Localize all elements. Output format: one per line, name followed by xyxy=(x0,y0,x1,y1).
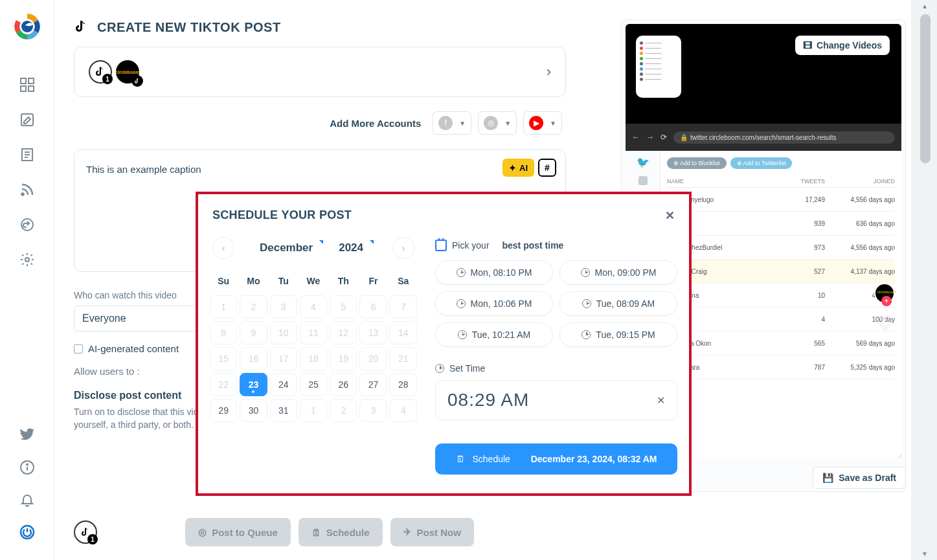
calendar-day: 4 xyxy=(390,399,417,422)
svg-rect-4 xyxy=(28,86,34,91)
calendar-day[interactable]: 29 xyxy=(210,399,237,422)
ai-button[interactable]: ✦AI xyxy=(502,159,534,177)
schedule-confirm-button[interactable]: 🗓 Schedule December 23, 2024, 08:32 AM xyxy=(435,443,677,475)
nav-info-icon[interactable] xyxy=(19,459,36,476)
calendar-day[interactable]: 24 xyxy=(270,373,297,396)
time-input[interactable]: 08:29 AM ✕ xyxy=(435,380,677,420)
time-slot[interactable]: Tue, 10:21 AM xyxy=(435,322,553,347)
nav-dashboard-icon[interactable] xyxy=(19,76,36,93)
bottom-action-bar: 1 ◎Post to Queue 🗓Schedule ✈Post Now xyxy=(54,504,572,560)
day-of-week: We xyxy=(300,272,327,293)
nav-rss-icon[interactable] xyxy=(19,181,36,198)
dropdown-indicator-icon xyxy=(319,240,323,256)
account-selector[interactable]: 1 circleboom › xyxy=(74,47,566,97)
clear-time-icon[interactable]: ✕ xyxy=(657,394,665,407)
back-icon: ← xyxy=(632,133,640,142)
table-row: 939636 days ago xyxy=(667,212,895,236)
scroll-up-icon[interactable]: ▲ xyxy=(921,3,928,10)
table-row: vid Craig5274,137 days ago xyxy=(667,260,895,284)
time-slot[interactable]: Mon, 08:10 PM xyxy=(435,260,553,285)
calendar-day: 4 xyxy=(300,295,327,319)
calendar-day: 3 xyxy=(270,295,297,319)
calendar-day[interactable]: 28 xyxy=(390,373,417,396)
calendar-day: 18 xyxy=(300,347,327,370)
chevron-down-icon: ▼ xyxy=(550,120,556,127)
nav-power-icon[interactable] xyxy=(19,524,36,541)
save-as-draft-button[interactable]: 💾Save as Draft xyxy=(813,467,906,489)
month-select[interactable]: December xyxy=(260,241,317,254)
film-icon: 🎞 xyxy=(803,40,812,50)
svg-point-0 xyxy=(21,21,33,32)
nav-settings-icon[interactable] xyxy=(19,251,36,268)
youtube-icon: ▶ xyxy=(529,116,543,130)
add-youtube-dropdown[interactable]: ▶▼ xyxy=(523,111,562,135)
nav-bell-icon[interactable] xyxy=(19,491,36,508)
plus-icon: + xyxy=(881,296,892,306)
svg-rect-2 xyxy=(28,78,34,84)
schedule-button[interactable]: 🗓Schedule xyxy=(299,518,383,546)
nav-twitter-icon[interactable] xyxy=(19,427,36,443)
calendar-day: 1 xyxy=(210,295,237,319)
time-slot[interactable]: Mon, 09:00 PM xyxy=(559,260,677,285)
prev-month-button[interactable]: ‹ xyxy=(212,237,234,259)
facebook-icon: f xyxy=(438,116,453,130)
clock-icon xyxy=(581,330,591,339)
day-of-week: Th xyxy=(330,272,357,293)
svg-point-15 xyxy=(27,464,28,465)
change-videos-button[interactable]: 🎞Change Videos xyxy=(795,36,890,55)
nav-articles-icon[interactable] xyxy=(19,146,36,163)
post-to-queue-button[interactable]: ◎Post to Queue xyxy=(185,518,291,546)
clock-icon xyxy=(458,330,467,339)
calendar-day[interactable]: 31 xyxy=(270,399,297,422)
svg-rect-5 xyxy=(21,114,33,126)
calendar-day: 17 xyxy=(270,347,297,370)
time-slot[interactable]: Tue, 09:15 PM xyxy=(559,322,677,347)
clock-icon xyxy=(581,268,590,277)
url-bar: 🔒twitter.circleboom.com/search/smart-sea… xyxy=(673,131,895,144)
add-facebook-dropdown[interactable]: f▼ xyxy=(433,111,471,135)
tiktok-badge-icon xyxy=(131,75,143,87)
close-icon[interactable]: ✕ xyxy=(665,208,675,223)
calendar-day: 19 xyxy=(330,347,357,370)
best-time-label: Pick your best post time xyxy=(435,240,677,251)
calendar-day[interactable]: 27 xyxy=(359,373,387,396)
post-now-button[interactable]: ✈Post Now xyxy=(390,518,474,546)
calendar-day[interactable]: 26 xyxy=(330,373,357,396)
calendar-day[interactable]: 30 xyxy=(240,399,267,422)
calendar-day[interactable]: 25 xyxy=(300,373,327,396)
selected-accounts: 1 circleboom xyxy=(89,60,139,84)
time-slot[interactable]: Tue, 08:09 AM xyxy=(559,291,677,316)
svg-rect-1 xyxy=(21,78,26,84)
time-slot[interactable]: Mon, 10:06 PM xyxy=(435,291,553,316)
scrollbar-thumb[interactable] xyxy=(920,14,931,163)
calendar-day: 13 xyxy=(359,321,387,344)
account-count-badge: 1 xyxy=(102,74,113,84)
calendar-day: 1 xyxy=(300,399,327,422)
calendar-day[interactable]: 23 xyxy=(240,373,267,396)
add-instagram-dropdown[interactable]: ◎▼ xyxy=(478,111,517,135)
account-avatar-1: 1 xyxy=(89,60,112,84)
scroll-down-icon[interactable]: ▼ xyxy=(921,550,928,557)
clock-icon xyxy=(582,299,591,308)
account-avatar-2: circleboom xyxy=(116,60,139,84)
chevron-down-icon: ▼ xyxy=(459,120,466,127)
calendar-day: 9 xyxy=(240,321,267,344)
checkbox-icon[interactable] xyxy=(74,344,83,353)
scrollbar-track[interactable]: ▲ ▼ xyxy=(911,0,937,560)
calendar-day: 12 xyxy=(330,321,357,344)
next-month-button[interactable]: › xyxy=(392,237,414,259)
year-select[interactable]: 2024 xyxy=(339,241,367,254)
account-count-badge: 1 xyxy=(87,534,98,544)
preview-action-column: circleboom+ ♡ xyxy=(874,283,895,334)
calendar-day: 22 xyxy=(210,373,237,396)
calendar-day: 15 xyxy=(210,347,237,370)
hashtag-button[interactable]: # xyxy=(538,159,556,177)
preview-profile-avatar: circleboom+ xyxy=(874,283,895,304)
nav-recycle-icon[interactable] xyxy=(19,216,36,233)
add-accounts-label: Add More Accounts xyxy=(330,118,421,129)
bottom-account-avatar[interactable]: 1 xyxy=(74,521,97,544)
table-row: amara7875,325 days ago xyxy=(667,355,895,379)
nav-compose-icon[interactable] xyxy=(19,111,36,128)
calendar-day: 6 xyxy=(359,295,387,319)
day-of-week: Sa xyxy=(390,272,417,293)
